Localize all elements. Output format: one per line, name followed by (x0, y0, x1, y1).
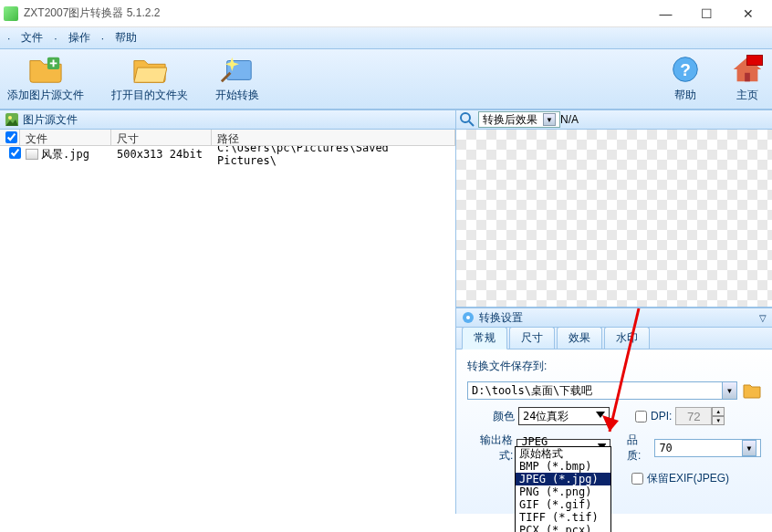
svg-text:?: ? (680, 60, 691, 79)
open-target-label: 打开目的文件夹 (111, 88, 188, 103)
chevron-down-icon (596, 412, 605, 421)
add-source-button[interactable]: 添加图片源文件 (7, 55, 84, 103)
toolbar: 添加图片源文件 打开目的文件夹 开始转换 ? 帮助 主页 (0, 49, 772, 110)
help-icon: ? (668, 55, 703, 84)
format-option-selected[interactable]: JPEG (*.jpg) (516, 473, 610, 485)
settings-tabs: 常规 尺寸 效果 水印 (456, 328, 772, 349)
row-path: C:\Users\pc\Pictures\Saved Pictures\ (212, 146, 455, 167)
svg-point-9 (466, 316, 470, 319)
file-icon (26, 149, 38, 160)
column-size[interactable]: 尺寸 (111, 130, 212, 145)
start-convert-label: 开始转换 (215, 88, 259, 103)
save-to-label: 转换文件保存到: (467, 359, 547, 374)
quality-combo[interactable]: 70 ▼ (654, 439, 761, 457)
help-label: 帮助 (674, 88, 696, 103)
settings-title: 转换设置 (479, 310, 523, 326)
filelist-header: 文件 尺寸 路径 (0, 130, 455, 146)
app-icon (4, 6, 18, 21)
minimize-button[interactable]: — (645, 1, 686, 26)
home-label: 主页 (736, 88, 758, 103)
settings-body: 转换文件保存到: ▼ 颜色 24位真彩 DPI: ▲▼ 输出格式 (456, 349, 772, 514)
format-option[interactable]: 原始格式 (516, 447, 610, 460)
format-label: 输出格式: (467, 433, 513, 464)
path-dropdown-button[interactable]: ▼ (723, 381, 737, 400)
menu-operations[interactable]: 操作 (61, 28, 98, 47)
format-option[interactable]: PNG (*.png) (516, 485, 610, 498)
color-label: 颜色 (467, 409, 515, 424)
magic-wand-icon (220, 55, 255, 84)
dpi-checkbox[interactable] (635, 411, 647, 422)
format-option[interactable]: TIFF (*.tif) (516, 511, 610, 524)
window-title: ZXT2007图片转换器 5.1.2.2 (24, 5, 645, 21)
flag-icon[interactable] (746, 55, 763, 66)
preview-mode-combo[interactable]: 转换后效果 ▼ (478, 111, 560, 128)
start-convert-button[interactable]: 开始转换 (215, 55, 259, 103)
tab-general[interactable]: 常规 (462, 327, 507, 349)
column-checkbox[interactable] (0, 130, 20, 145)
row-size: 500x313 24bit (111, 148, 212, 161)
settings-panel-header: 转换设置 ▽ (456, 308, 772, 328)
select-all-checkbox[interactable] (5, 131, 17, 143)
output-format-dropdown-list[interactable]: 原始格式 BMP (*.bmp) JPEG (*.jpg) PNG (*.png… (515, 446, 611, 532)
gear-icon (462, 311, 475, 324)
magnifier-icon (460, 112, 475, 127)
tab-watermark[interactable]: 水印 (604, 327, 650, 349)
folder-open-icon (132, 55, 167, 84)
column-file[interactable]: 文件 (20, 130, 111, 145)
chevron-down-icon: ▼ (543, 113, 556, 126)
browse-folder-button[interactable] (743, 382, 761, 399)
preview-area (456, 130, 772, 308)
source-panel-title: 图片源文件 (23, 112, 78, 128)
maximize-button[interactable]: ☐ (686, 1, 727, 26)
color-combo[interactable]: 24位真彩 (518, 407, 610, 425)
svg-point-6 (8, 116, 12, 120)
row-filename: 风景.jpg (41, 148, 89, 161)
tab-size[interactable]: 尺寸 (509, 327, 555, 349)
format-option[interactable]: GIF (*.gif) (516, 498, 610, 511)
open-target-button[interactable]: 打开目的文件夹 (111, 55, 188, 103)
menu-file[interactable]: 文件 (14, 28, 50, 47)
tab-effect[interactable]: 效果 (557, 327, 602, 349)
preview-mode-label: 转换后效果 (483, 112, 537, 128)
quality-label: 品质: (627, 433, 652, 464)
source-panel-header: 图片源文件 (0, 110, 455, 130)
save-path-input[interactable] (467, 381, 723, 400)
title-bar: ZXT2007图片转换器 5.1.2.2 — ☐ ✕ (0, 0, 772, 27)
menu-bar: · 文件 · 操作 · 帮助 (0, 27, 772, 49)
keep-exif-label: 保留EXIF(JPEG) (647, 471, 729, 486)
dpi-spinner[interactable]: ▲▼ (712, 407, 725, 425)
dpi-input[interactable] (675, 407, 712, 425)
dpi-label: DPI: (651, 410, 672, 422)
folder-plus-icon (28, 55, 63, 84)
color-value: 24位真彩 (523, 409, 569, 424)
format-option[interactable]: PCX (*.pcx) (516, 524, 610, 532)
quality-value: 70 (659, 442, 672, 454)
preview-status: N/A (560, 113, 579, 126)
chevron-down-icon: ▼ (742, 440, 756, 456)
image-icon (5, 113, 18, 126)
filelist-body[interactable]: 风景.jpg 500x313 24bit C:\Users\pc\Picture… (0, 146, 455, 514)
preview-panel-header: 转换后效果 ▼ N/A (456, 110, 772, 130)
close-button[interactable]: ✕ (727, 1, 768, 26)
column-path[interactable]: 路径 (212, 130, 455, 145)
table-row[interactable]: 风景.jpg 500x313 24bit C:\Users\pc\Picture… (0, 146, 455, 162)
svg-rect-4 (745, 73, 750, 82)
keep-exif-checkbox[interactable] (631, 473, 643, 485)
menu-help[interactable]: 帮助 (108, 28, 144, 47)
help-button[interactable]: ? 帮助 (668, 55, 703, 103)
svg-point-7 (461, 113, 470, 122)
add-source-label: 添加图片源文件 (7, 88, 84, 103)
format-option[interactable]: BMP (*.bmp) (516, 460, 610, 473)
collapse-icon[interactable]: ▽ (759, 313, 767, 323)
